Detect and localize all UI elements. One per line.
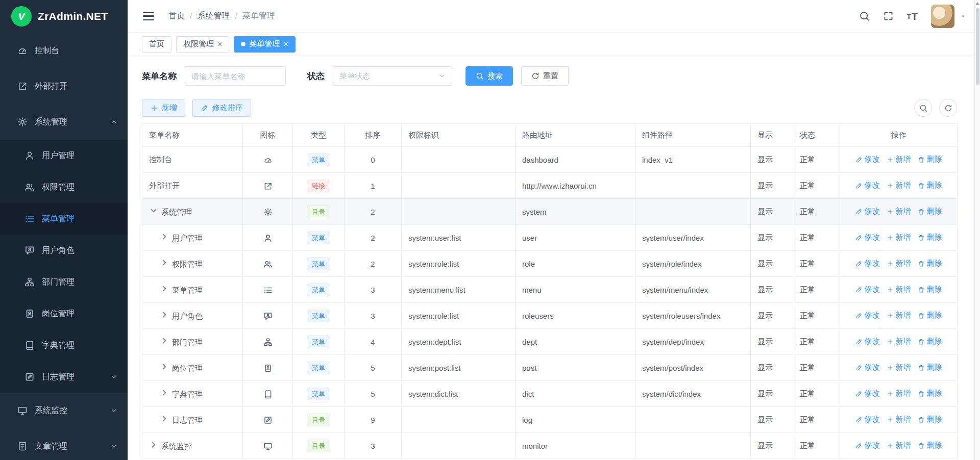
expand-row-icon[interactable]: [160, 388, 169, 397]
expand-row-icon[interactable]: [149, 440, 158, 449]
row-delete-link[interactable]: 删除: [918, 233, 942, 242]
search-button-label: 搜索: [487, 71, 503, 81]
table-search-toggle-button[interactable]: [914, 99, 932, 117]
sidebar-item-departments[interactable]: 部门管理: [0, 266, 128, 298]
row-add-link[interactable]: 新增: [887, 389, 911, 398]
sidebar-item-user-roles[interactable]: 用户角色: [0, 235, 128, 266]
header-search-button[interactable]: [859, 11, 870, 21]
row-delete-link[interactable]: 删除: [918, 415, 942, 424]
external-link-icon: [263, 182, 273, 191]
plus-icon: [887, 260, 894, 267]
row-delete-link[interactable]: 删除: [918, 259, 942, 268]
sidebar-item-posts[interactable]: 岗位管理: [0, 298, 128, 329]
expand-row-icon[interactable]: [160, 284, 169, 293]
sidebar-item-system[interactable]: 系统管理: [0, 104, 128, 140]
sidebar-submenu-system: 用户管理 权限管理 菜单管理 用户角色 部门管理 岗位管理 字典管理 日志管理: [0, 140, 128, 393]
row-add-link[interactable]: 新增: [887, 415, 911, 424]
user-icon: [24, 150, 35, 161]
scroll-up-arrow[interactable]: [975, 2, 979, 5]
row-delete-link[interactable]: 删除: [918, 155, 942, 164]
menu-name: 系统监控: [161, 442, 192, 450]
sidebar-collapse-button[interactable]: [143, 12, 154, 21]
row-delete-link[interactable]: 删除: [918, 207, 942, 216]
row-edit-link[interactable]: 修改: [855, 311, 880, 320]
sidebar-item-users[interactable]: 用户管理: [0, 140, 128, 171]
expand-row-icon[interactable]: [160, 414, 169, 423]
expand-row-icon[interactable]: [160, 232, 169, 241]
row-edit-link[interactable]: 修改: [855, 389, 880, 398]
trash-icon: [918, 260, 925, 267]
row-add-link[interactable]: 新增: [887, 441, 911, 450]
reset-button[interactable]: 重置: [521, 66, 569, 86]
row-add-link[interactable]: 新增: [887, 337, 911, 346]
sidebar-item-roles[interactable]: 权限管理: [0, 171, 128, 203]
fullscreen-button[interactable]: [883, 11, 894, 21]
sidebar-item-articles[interactable]: 文章管理: [0, 428, 128, 460]
scrollbar-thumb[interactable]: [976, 8, 979, 85]
tab-home[interactable]: 首页: [142, 36, 172, 53]
sidebar-item-logs[interactable]: 日志管理: [0, 361, 128, 393]
add-button[interactable]: 新增: [142, 99, 185, 117]
user-menu-caret[interactable]: [960, 13, 967, 20]
breadcrumb-system[interactable]: 系统管理: [197, 11, 230, 21]
row-add-link[interactable]: 新增: [887, 285, 911, 294]
row-edit-link[interactable]: 修改: [855, 155, 880, 164]
sidebar-item-label: 文章管理: [35, 441, 67, 452]
user-role-icon: [24, 245, 35, 255]
close-icon[interactable]: ×: [217, 40, 222, 48]
plus-icon: [887, 156, 894, 163]
row-edit-link[interactable]: 修改: [855, 233, 880, 242]
tab-permissions[interactable]: 权限管理×: [176, 36, 229, 53]
row-delete-link[interactable]: 删除: [918, 311, 942, 320]
row-add-link[interactable]: 新增: [887, 207, 911, 216]
row-edit-link[interactable]: 修改: [855, 285, 880, 294]
collapse-row-icon[interactable]: [149, 206, 158, 215]
sidebar-item-dashboard[interactable]: 控制台: [0, 33, 128, 68]
expand-row-icon[interactable]: [160, 310, 169, 319]
avatar[interactable]: [931, 5, 954, 28]
status-select[interactable]: 菜单状态: [333, 66, 452, 86]
table-refresh-button[interactable]: [939, 99, 957, 117]
close-icon[interactable]: ×: [283, 40, 288, 48]
breadcrumb-home[interactable]: 首页: [168, 11, 185, 21]
edit-icon: [855, 156, 863, 163]
sidebar-item-label: 日志管理: [42, 372, 75, 382]
row-edit-link[interactable]: 修改: [855, 337, 880, 346]
row-delete-link[interactable]: 删除: [918, 363, 942, 372]
row-edit-link[interactable]: 修改: [855, 441, 880, 450]
row-delete-link[interactable]: 删除: [918, 389, 942, 398]
menu-name-input[interactable]: [185, 66, 286, 86]
row-delete-link[interactable]: 删除: [918, 441, 942, 450]
row-edit-link[interactable]: 修改: [855, 363, 880, 372]
page-scrollbar[interactable]: [974, 0, 980, 460]
sidebar-item-dictionary[interactable]: 字典管理: [0, 329, 128, 361]
row-delete-link[interactable]: 删除: [918, 181, 942, 190]
row-edit-link[interactable]: 修改: [855, 259, 880, 268]
table-row: 日志管理 目录 9 log 显示 正常 修改新增删除: [142, 407, 958, 433]
dictionary-icon: [263, 390, 273, 399]
component-cell: [635, 433, 751, 459]
row-add-link[interactable]: 新增: [887, 259, 911, 268]
search-button[interactable]: 搜索: [465, 66, 513, 86]
tab-menus[interactable]: 菜单管理×: [234, 36, 295, 53]
edit-sort-button[interactable]: 修改排序: [192, 99, 251, 117]
row-add-link[interactable]: 新增: [887, 181, 911, 190]
row-delete-link[interactable]: 删除: [918, 337, 942, 346]
type-tag: 菜单: [307, 336, 330, 348]
row-edit-link[interactable]: 修改: [855, 207, 880, 216]
row-add-link[interactable]: 新增: [887, 233, 911, 242]
expand-row-icon[interactable]: [160, 258, 169, 267]
table-row: 岗位管理 菜单 5 system:post:list post system/p…: [142, 355, 958, 381]
font-size-button[interactable]: TT: [907, 11, 918, 21]
row-add-link[interactable]: 新增: [887, 363, 911, 372]
row-add-link[interactable]: 新增: [887, 155, 911, 164]
row-add-link[interactable]: 新增: [887, 311, 911, 320]
sidebar-item-menus[interactable]: 菜单管理: [0, 203, 128, 235]
row-delete-link[interactable]: 删除: [918, 285, 942, 294]
expand-row-icon[interactable]: [160, 362, 169, 371]
sidebar-item-external[interactable]: 外部打开: [0, 68, 128, 104]
row-edit-link[interactable]: 修改: [855, 181, 880, 190]
expand-row-icon[interactable]: [160, 336, 169, 345]
row-edit-link[interactable]: 修改: [855, 415, 880, 424]
sidebar-item-monitor[interactable]: 系统监控: [0, 393, 128, 428]
